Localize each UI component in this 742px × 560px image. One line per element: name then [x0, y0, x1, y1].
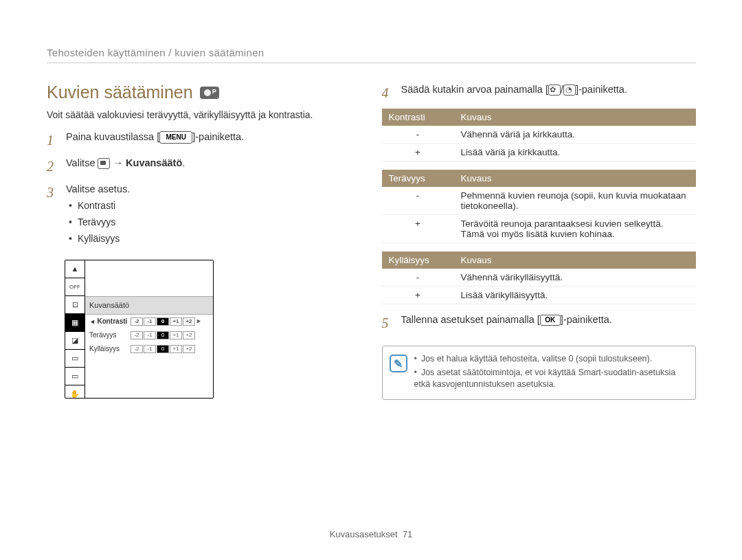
page-title: Kuvien säätäminen: [47, 82, 219, 102]
slider-label: Kontrasti: [89, 317, 128, 325]
left-column: Kuvien säätäminen Voit säätää valokuvies…: [47, 82, 361, 404]
sidebar-icon: OFF: [65, 278, 85, 296]
slider-row-kyllaisyys: Kylläisyys -2-10+1+2: [85, 342, 213, 356]
camera-icon: [98, 158, 110, 169]
step-3-sublist: Kontrasti Terävyys Kylläisyys: [66, 199, 130, 246]
mode-icon: [200, 87, 219, 99]
sidebar-icon: ▭: [65, 368, 85, 385]
right-column: 4 Säädä kutakin arvoa painamalla [/]-pai…: [382, 82, 697, 404]
note-box: ✎ Jos et halua käyttää tehosteita, valit…: [382, 346, 697, 400]
sidebar-icon: ✋: [65, 385, 85, 399]
note-item: Jos asetat säätötoimintoja, et voi käytt…: [414, 367, 686, 391]
table-cell-value: Pehmennä kuvien reunoja (sopii, kun kuvi…: [454, 187, 697, 215]
slider-ticks: -2-10+1+2: [131, 345, 195, 353]
table-row: - Pehmennä kuvien reunoja (sopii, kun ku…: [382, 187, 697, 215]
table-header: Kontrasti: [382, 109, 454, 126]
footer-section: Kuvausasetukset: [330, 529, 398, 539]
step-4-text-a: Säädä kutakin arvoa painamalla [: [401, 84, 548, 95]
table-kyllaisyys: Kylläisyys Kuvaus - Vähennä värikylläisy…: [382, 251, 697, 304]
step-2-arrow: →: [110, 157, 126, 168]
step-3-text: Valitse asetus.: [66, 183, 130, 194]
note-icon: ✎: [390, 355, 407, 372]
camera-menu-bottombar: Edell. ✥ Siirrä: [65, 398, 213, 399]
step-2: 2 Valitse → Kuvansäätö.: [47, 156, 361, 177]
camera-menu-main: Kuvansäätö Kontrasti -2-10+1+2 Terävyys …: [85, 260, 213, 398]
table-teravyys: Terävyys Kuvaus - Pehmennä kuvien reunoj…: [382, 170, 697, 243]
camera-menu-title: Kuvansäätö: [85, 297, 213, 315]
step-2-text-a: Valitse: [66, 157, 98, 168]
slider-label: Kylläisyys: [89, 345, 128, 352]
table-cell-value: Lisää väriä ja kirkkautta.: [454, 144, 697, 161]
table-header: Terävyys: [382, 170, 454, 187]
timer-icon: [563, 85, 576, 96]
table-cell-value: Lisää värikylläisyyttä.: [454, 287, 697, 304]
step-number: 3: [47, 182, 59, 254]
breadcrumb: Tehosteiden käyttäminen / kuvien säätämi…: [47, 47, 696, 63]
step-number: 2: [47, 156, 59, 177]
table-cell-value: Terävöitä reunoja parantaaksesi kuvien s…: [454, 215, 697, 243]
step-5-text-a: Tallenna asetukset painamalla [: [401, 314, 540, 325]
bottom-right-label: Siirrä: [103, 398, 126, 399]
step-1-text-a: Paina kuvaustilassa [: [66, 131, 159, 142]
menu-button-icon: MENU: [159, 131, 192, 144]
slider-ticks: -2-10+1+2: [131, 331, 195, 339]
ok-button-icon: OK: [540, 315, 561, 326]
step-number: 1: [47, 130, 59, 150]
table-cell-key: -: [382, 126, 454, 144]
steps-list: 1 Paina kuvaustilassa [MENU]-painiketta.…: [47, 130, 361, 254]
step-1-text-b: ]-painiketta.: [192, 131, 244, 142]
table-cell-key: +: [382, 144, 454, 161]
step-4-text-c: ]-painiketta.: [576, 84, 627, 95]
step-5-text-b: ]-painiketta.: [561, 314, 612, 325]
slider-label: Terävyys: [89, 331, 128, 339]
sublist-item: Terävyys: [69, 215, 130, 229]
section-title-text: Kuvien säätäminen: [47, 82, 193, 102]
table-cell-key: -: [382, 269, 454, 287]
step-1: 1 Paina kuvaustilassa [MENU]-painiketta.: [47, 130, 361, 150]
table-row: + Lisää värikylläisyyttä.: [382, 287, 697, 304]
table-header: Kuvaus: [454, 170, 697, 187]
slider-ticks: -2-10+1+2: [131, 317, 195, 326]
page-footer: Kuvausasetukset 71: [0, 529, 742, 539]
steps-list-right: 4 Säädä kutakin arvoa painamalla [/]-pai…: [382, 82, 697, 103]
table-cell-value: Vähennä väriä ja kirkkautta.: [454, 126, 697, 144]
footer-page-number: 71: [403, 529, 412, 539]
camera-menu-sidebar: ▲ OFF ⊡ ▦ ◪ ▭ ▭ ✋ MENU: [65, 260, 85, 398]
table-cell-key: +: [382, 287, 454, 304]
step-3: 3 Valitse asetus. Kontrasti Terävyys Kyl…: [47, 182, 361, 254]
table-row: - Vähennä värikylläisyyttä.: [382, 269, 697, 287]
table-cell-value: Vähennä värikylläisyyttä.: [454, 269, 697, 287]
table-header: Kuvaus: [454, 251, 697, 269]
step-5: 5 Tallenna asetukset painamalla [OK]-pai…: [382, 313, 697, 333]
table-row: + Terävöitä reunoja parantaaksesi kuvien…: [382, 215, 697, 243]
step-2-text-c: .: [182, 157, 185, 168]
lead-text: Voit säätää valokuviesi terävyyttä, väri…: [47, 109, 361, 120]
bottom-left-label: Edell.: [65, 398, 89, 399]
table-header: Kuvaus: [454, 109, 697, 126]
step-number: 4: [382, 82, 394, 103]
sublist-item: Kylläisyys: [69, 232, 130, 246]
sidebar-icon: ▲: [65, 260, 85, 278]
table-kontrasti: Kontrasti Kuvaus - Vähennä väriä ja kirk…: [382, 109, 697, 161]
table-row: - Vähennä väriä ja kirkkautta.: [382, 126, 697, 144]
table-cell-key: -: [382, 187, 454, 215]
slider-row-kontrasti: Kontrasti -2-10+1+2: [85, 315, 213, 328]
sidebar-icon: ⊡: [65, 296, 85, 314]
table-row: + Lisää väriä ja kirkkautta.: [382, 144, 697, 161]
steps-list-right-2: 5 Tallenna asetukset painamalla [OK]-pai…: [382, 313, 697, 333]
slider-row-teravyys: Terävyys -2-10+1+2: [85, 328, 213, 342]
step-4: 4 Säädä kutakin arvoa painamalla [/]-pai…: [382, 82, 697, 103]
sidebar-icon: ▭: [65, 350, 85, 368]
camera-menu-screenshot: ▲ OFF ⊡ ▦ ◪ ▭ ▭ ✋ MENU Kuvansäätö: [65, 260, 214, 399]
table-cell-key: +: [382, 215, 454, 243]
step-number: 5: [382, 313, 394, 333]
sidebar-icon: ◪: [65, 332, 85, 350]
table-header: Kylläisyys: [382, 251, 454, 269]
note-item: Jos et halua käyttää tehosteita, valitse…: [414, 353, 686, 366]
macro-icon: [548, 85, 561, 96]
sidebar-icon-selected: ▦: [65, 314, 85, 332]
sublist-item: Kontrasti: [69, 199, 130, 213]
step-2-target: Kuvansäätö: [126, 157, 182, 168]
